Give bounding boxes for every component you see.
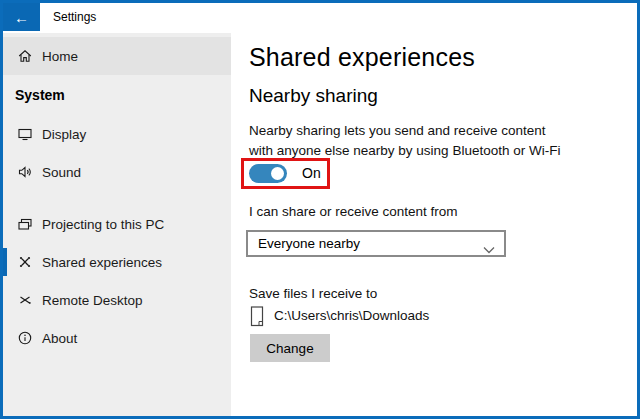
sidebar-item-sound[interactable]: Sound — [3, 158, 231, 186]
sidebar-item-remote-desktop[interactable]: Remote Desktop — [3, 286, 231, 314]
window-title: Settings — [53, 3, 96, 31]
change-button[interactable]: Change — [250, 334, 330, 362]
sidebar-item-display[interactable]: Display — [3, 120, 231, 148]
sidebar-item-label: Home — [42, 49, 78, 64]
main-pane: Shared experiences Nearby sharing Nearby… — [231, 33, 637, 416]
share-from-label: I can share or receive content from — [249, 204, 458, 219]
sidebar-item-shared-experiences[interactable]: Shared experiences — [3, 248, 231, 276]
toggle-state-label: On — [302, 161, 321, 186]
display-icon — [17, 126, 33, 142]
nearby-sharing-heading: Nearby sharing — [249, 85, 378, 107]
sidebar-item-about[interactable]: About — [3, 324, 231, 352]
info-icon — [17, 330, 33, 346]
selected-item-accent — [3, 248, 7, 276]
change-button-label: Change — [266, 341, 313, 356]
toggle-knob — [271, 167, 284, 180]
sidebar-item-label: Shared experiences — [42, 255, 162, 270]
red-annotation-box: On — [241, 158, 330, 189]
sidebar-item-home[interactable]: Home — [3, 37, 231, 75]
nearby-sharing-description-line2: with anyone else nearby by using Bluetoo… — [249, 143, 560, 158]
page-title: Shared experiences — [249, 43, 475, 72]
shared-experiences-icon — [17, 254, 33, 270]
sidebar-section-system: System — [15, 87, 65, 103]
document-icon — [250, 306, 265, 331]
save-files-label: Save files I receive to — [249, 286, 377, 301]
nearby-sharing-description-line1: Nearby sharing lets you send and receive… — [249, 123, 545, 138]
sidebar-item-projecting[interactable]: Projecting to this PC — [3, 210, 231, 238]
settings-window: ← Settings Home System Display — [0, 0, 640, 419]
sidebar: Home System Display Sound — [3, 33, 231, 416]
titlebar: ← Settings — [3, 3, 637, 33]
remote-desktop-icon — [17, 292, 33, 308]
sidebar-item-label: Remote Desktop — [42, 293, 143, 308]
nearby-sharing-toggle[interactable] — [249, 164, 287, 183]
save-path-value: C:\Users\chris\Downloads — [274, 305, 429, 327]
share-from-dropdown[interactable]: Everyone nearby — [246, 230, 506, 257]
sidebar-item-label: Display — [42, 127, 86, 142]
back-arrow-icon: ← — [14, 9, 29, 26]
sidebar-item-label: Projecting to this PC — [42, 217, 164, 232]
chevron-down-icon — [483, 240, 495, 258]
dropdown-selected-value: Everyone nearby — [258, 232, 360, 255]
sidebar-item-label: Sound — [42, 165, 81, 180]
back-button[interactable]: ← — [3, 3, 40, 31]
home-icon — [17, 48, 33, 64]
sidebar-item-label: About — [42, 331, 77, 346]
projecting-icon — [17, 216, 33, 232]
speaker-icon — [17, 164, 33, 180]
